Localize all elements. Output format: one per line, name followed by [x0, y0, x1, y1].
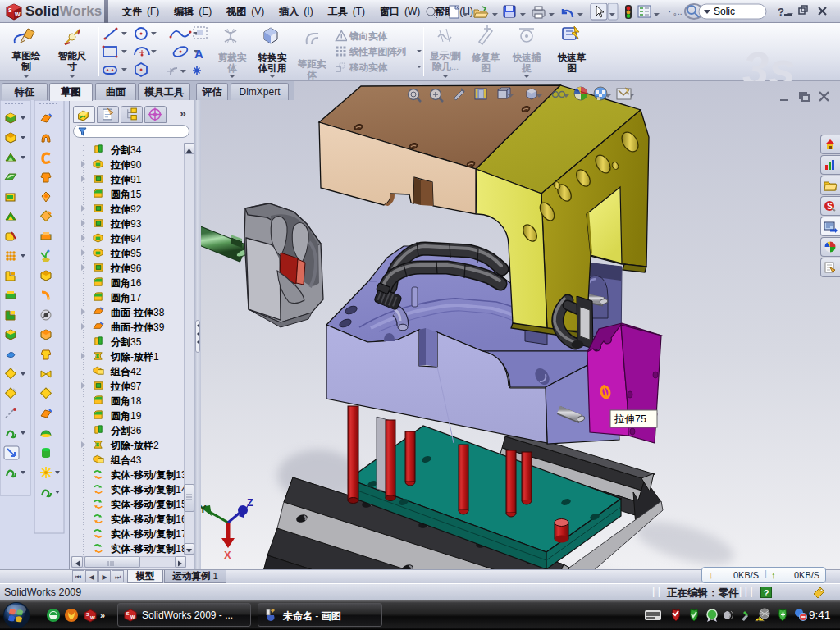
svg-text:W: W: [130, 614, 135, 619]
svg-text:S: S: [126, 611, 130, 616]
svg-text:・｡..: ・｡..: [665, 7, 682, 16]
svg-text:S: S: [8, 7, 12, 13]
svg-text:S: S: [827, 202, 833, 211]
svg-text:!: !: [758, 616, 760, 622]
svg-text:拉伸75: 拉伸75: [614, 413, 646, 425]
svg-text:X: X: [224, 549, 231, 561]
svg-text:Solic: Solic: [714, 6, 735, 17]
svg-text:Z: Z: [247, 496, 253, 509]
svg-text:S: S: [86, 612, 89, 617]
svg-text:A: A: [194, 47, 203, 61]
svg-text:»: »: [100, 610, 105, 620]
svg-text:W: W: [90, 615, 95, 620]
svg-text:?: ?: [778, 6, 784, 18]
svg-text:W: W: [15, 11, 21, 17]
